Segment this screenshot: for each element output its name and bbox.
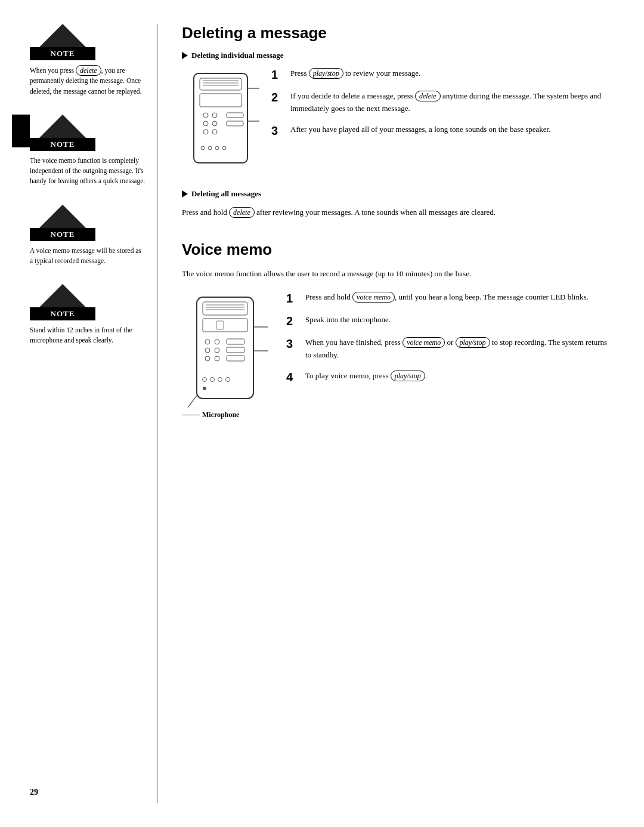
svg-rect-26: [216, 321, 224, 329]
voice-memo-intro: The voice memo function allows the user …: [182, 267, 614, 280]
svg-point-17: [222, 146, 226, 150]
svg-point-9: [212, 121, 217, 126]
svg-point-10: [203, 129, 208, 134]
note-label-1: NOTE: [30, 47, 95, 60]
note-label-3: NOTE: [30, 228, 95, 241]
note-text-1: When you press delete, you are permanent…: [30, 65, 145, 97]
delete-all-subsection: Deleting all messages Press and hold del…: [182, 189, 614, 219]
svg-rect-25: [203, 319, 247, 332]
page-number: 29: [30, 788, 38, 797]
voice-steps-list: 1 Press and hold voice memo, until you h…: [286, 291, 614, 393]
svg-rect-21: [203, 302, 247, 315]
note1-delete-btn: delete: [76, 65, 101, 76]
note-text-3: A voice memo message will be stored as a…: [30, 246, 145, 267]
delete-btn-step2: delete: [415, 91, 441, 101]
svg-point-11: [212, 129, 217, 134]
svg-point-30: [215, 348, 219, 353]
voice-memo-btn-1: voice memo: [352, 292, 395, 303]
note-text-2: The voice memo function is completely in…: [30, 156, 145, 187]
svg-line-43: [188, 396, 197, 408]
svg-point-39: [226, 378, 230, 382]
step-number-1: 1: [271, 67, 284, 82]
note-label-2: NOTE: [30, 138, 95, 151]
svg-rect-33: [227, 339, 244, 344]
voice-step-number-3: 3: [286, 337, 299, 351]
individual-subtitle: Deleting individual message: [182, 51, 614, 60]
voice-step-text-3: When you have finished, press voice memo…: [305, 337, 614, 362]
svg-point-7: [212, 113, 217, 118]
deleting-title: Deleting a message: [182, 24, 614, 42]
phone-diagram-delete: [182, 67, 259, 175]
voice-step-number-1: 1: [286, 291, 299, 306]
step-number-2: 2: [271, 90, 284, 104]
play-stop-btn-4: play/stop: [391, 371, 425, 381]
step-delete-3: 3 After you have played all of your mess…: [271, 124, 614, 138]
voice-memo-title: Voice memo: [182, 240, 614, 259]
delete-all-text: Press and hold delete after reviewing yo…: [182, 206, 614, 219]
step-voice-2: 2 Speak into the microphone.: [286, 314, 614, 328]
note-icon-4: NOTE: [30, 284, 95, 320]
note-icon-2: NOTE: [30, 115, 95, 151]
svg-point-36: [203, 378, 207, 382]
sidebar: NOTE When you press delete, you are perm…: [0, 24, 158, 803]
svg-rect-12: [227, 113, 243, 118]
step-text-delete-2: If you decide to delete a message, press…: [290, 90, 614, 115]
svg-point-40: [203, 387, 206, 390]
svg-point-28: [215, 340, 219, 344]
step-voice-1: 1 Press and hold voice memo, until you h…: [286, 291, 614, 306]
svg-point-31: [205, 356, 210, 361]
svg-rect-13: [227, 121, 243, 126]
note-block-1: NOTE When you press delete, you are perm…: [30, 24, 145, 97]
voice-step-number-2: 2: [286, 314, 299, 328]
step-voice-3: 3 When you have finished, press voice me…: [286, 337, 614, 362]
microphone-label: Microphone: [202, 411, 239, 419]
black-square-decoration: [12, 115, 30, 147]
svg-rect-1: [200, 78, 242, 90]
note-block-2: NOTE The voice memo function is complete…: [30, 115, 145, 187]
svg-point-8: [203, 121, 208, 126]
svg-point-32: [215, 356, 219, 361]
bullet-individual: [182, 52, 188, 59]
step-voice-4: 4 To play voice memo, press play/stop.: [286, 370, 614, 384]
delete-all-subtitle: Deleting all messages: [182, 189, 614, 199]
step-number-3: 3: [271, 124, 284, 138]
voice-step-number-4: 4: [286, 370, 299, 384]
voice-memo-btn-3: voice memo: [402, 337, 445, 348]
play-stop-btn-3: play/stop: [456, 337, 490, 348]
step-delete-1: 1 Press play/stop to review your message…: [271, 67, 614, 82]
svg-point-27: [205, 340, 210, 344]
step-text-delete-1: Press play/stop to review your message.: [290, 67, 614, 80]
svg-rect-34: [227, 347, 244, 353]
step-delete-2: 2 If you decide to delete a message, pre…: [271, 90, 614, 115]
voice-step-text-2: Speak into the microphone.: [305, 314, 614, 326]
bullet-all: [182, 190, 188, 198]
note-icon-1: NOTE: [30, 24, 95, 60]
svg-point-6: [203, 113, 208, 118]
note-block-4: NOTE Stand within 12 inches in front of …: [30, 284, 145, 346]
main-content: Deleting a message Deleting individual m…: [158, 24, 644, 803]
svg-point-15: [208, 146, 212, 150]
delete-hold-btn: delete: [229, 207, 255, 218]
svg-rect-20: [197, 297, 253, 399]
svg-point-29: [205, 348, 210, 353]
note-icon-3: NOTE: [30, 205, 95, 241]
voice-memo-section: Voice memo The voice memo function allow…: [182, 240, 614, 422]
voice-step-text-4: To play voice memo, press play/stop.: [305, 370, 614, 382]
individual-steps-area: 1 Press play/stop to review your message…: [182, 67, 614, 175]
note-text-4: Stand within 12 inches in front of the m…: [30, 325, 145, 346]
deleting-section: Deleting a message Deleting individual m…: [182, 24, 614, 219]
step-text-delete-3: After you have played all of your messag…: [290, 124, 614, 136]
individual-steps-list: 1 Press play/stop to review your message…: [271, 67, 614, 175]
phone-diagram-voice: Microphone: [182, 291, 274, 422]
svg-point-14: [201, 146, 205, 150]
svg-rect-5: [200, 94, 242, 107]
voice-step-text-1: Press and hold voice memo, until you hea…: [305, 291, 614, 304]
voice-steps-area: Microphone 1 Press and hold voice memo, …: [182, 291, 614, 422]
svg-point-37: [210, 378, 215, 382]
play-stop-btn-1: play/stop: [309, 68, 343, 79]
svg-point-38: [218, 378, 222, 382]
svg-point-16: [215, 146, 219, 150]
note-block-3: NOTE A voice memo message will be stored…: [30, 205, 145, 267]
individual-message-subsection: Deleting individual message: [182, 51, 614, 175]
svg-rect-35: [227, 356, 244, 361]
